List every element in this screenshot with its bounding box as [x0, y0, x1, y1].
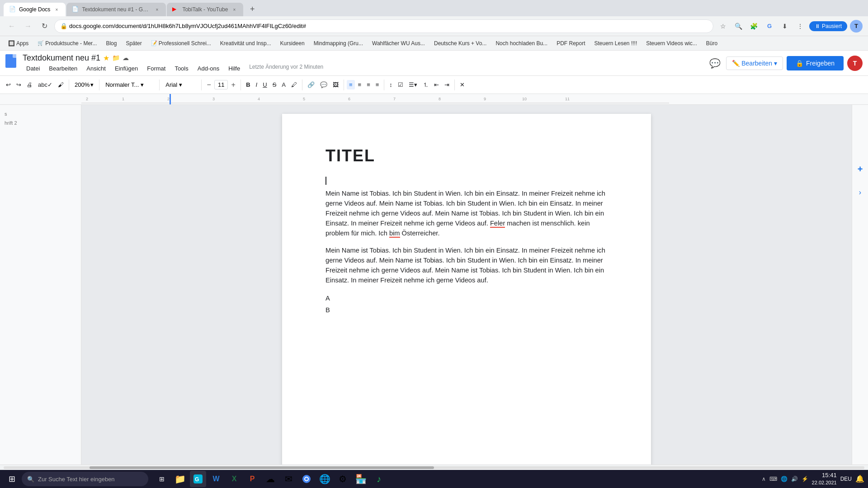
share-button[interactable]: 🔒 Freigeben: [787, 56, 844, 70]
more-icon[interactable]: ⋮: [794, 20, 807, 33]
list-item-a[interactable]: A: [326, 292, 608, 304]
document-area[interactable]: TITEL Mein Name ist Tobias. Ich bin Stud…: [81, 105, 852, 465]
g-icon[interactable]: G: [763, 20, 776, 33]
redo-button[interactable]: ↪: [14, 80, 24, 89]
comment-button[interactable]: 💬: [318, 80, 330, 89]
image-button[interactable]: 🖼: [330, 80, 341, 89]
italic-button[interactable]: I: [254, 80, 260, 89]
reload-button[interactable]: ↻: [38, 20, 51, 33]
back-button[interactable]: ←: [5, 20, 18, 33]
bookmark-pdf-report[interactable]: PDF Report: [553, 39, 589, 48]
bookmark-icon[interactable]: ☆: [717, 20, 730, 33]
onedrive-app[interactable]: ☁: [262, 471, 278, 487]
menu-hilfe[interactable]: Hilfe: [225, 64, 244, 73]
extensions-icon[interactable]: 🧩: [748, 20, 760, 33]
powerpoint-app[interactable]: P: [244, 471, 260, 487]
align-center-button[interactable]: ≡: [356, 80, 364, 89]
bookmark-deutsch-kurs[interactable]: Deutsche Kurs + Vo...: [430, 39, 490, 48]
bookmark-professionell[interactable]: 📝 Professionell Schrei...: [147, 39, 215, 48]
lens-icon[interactable]: 🔍: [732, 20, 745, 33]
bookmark-wahlfaecher[interactable]: Wahlfächer WU Aus...: [368, 39, 429, 48]
language-indicator[interactable]: DEU: [840, 476, 852, 482]
settings-app[interactable]: ⚙: [335, 471, 351, 487]
notification-button[interactable]: 🔔: [855, 474, 864, 483]
explorer-app[interactable]: 📁: [172, 471, 188, 487]
taskbar-clock[interactable]: 15:41 22.02.2021: [812, 471, 837, 487]
tray-network[interactable]: 🌐: [781, 476, 788, 482]
link-button[interactable]: 🔗: [305, 80, 317, 89]
horizontal-scrollbar[interactable]: [0, 465, 868, 470]
url-input[interactable]: [69, 23, 708, 29]
chrome-app[interactable]: [298, 471, 315, 487]
checklist-button[interactable]: ☑: [396, 80, 406, 89]
doc-cloud-icon[interactable]: ☁: [123, 54, 129, 61]
menu-datei[interactable]: Datei: [23, 64, 43, 73]
taskview-button[interactable]: ⊞: [154, 471, 170, 487]
doc-star-icon[interactable]: ★: [103, 54, 109, 62]
spellcheck-button[interactable]: abc✓: [36, 80, 55, 89]
doc-content-title[interactable]: TITEL: [326, 146, 608, 165]
tab-close-1[interactable]: ×: [53, 6, 60, 13]
doc-folder-icon[interactable]: 📁: [112, 54, 120, 61]
menu-bearbeiten[interactable]: Bearbeiten: [45, 64, 81, 73]
tab-google-docs[interactable]: 📄 Google Docs ×: [4, 3, 66, 16]
bookmark-kursideen[interactable]: Kursideen: [277, 39, 308, 48]
scrollbar-thumb-h[interactable]: [90, 466, 434, 469]
word-app[interactable]: W: [208, 471, 224, 487]
bookmark-noch-hochladen[interactable]: Noch hochladen Bu...: [492, 39, 551, 48]
url-bar[interactable]: 🔒: [54, 19, 713, 33]
doc-page[interactable]: TITEL Mein Name ist Tobias. Ich bin Stud…: [282, 114, 651, 465]
excel-app[interactable]: X: [226, 471, 242, 487]
style-selector[interactable]: Normaler T... ▾: [102, 80, 156, 90]
font-size-increase[interactable]: +: [229, 80, 238, 90]
doc-paragraph-2[interactable]: Mein Name ist Tobias. Ich bin Student in…: [326, 245, 608, 285]
bookmark-produktsuche[interactable]: 🛒 Produktsuche - Mer...: [34, 39, 100, 48]
bookmark-apps[interactable]: 🔲 Apps: [5, 39, 32, 48]
print-button[interactable]: 🖨: [24, 80, 35, 89]
tray-volume[interactable]: 🔊: [791, 476, 798, 482]
add-comment-button[interactable]: +: [854, 163, 867, 175]
font-size-input[interactable]: [214, 80, 228, 89]
menu-addons[interactable]: Add-ons: [194, 64, 223, 73]
menu-ansicht[interactable]: Ansicht: [83, 64, 109, 73]
start-button[interactable]: ⊞: [4, 471, 20, 487]
tray-keyboard[interactable]: ⌨: [769, 476, 777, 482]
clear-formatting-button[interactable]: ✕: [458, 80, 467, 89]
increase-indent-button[interactable]: ⇥: [442, 80, 452, 89]
user-avatar[interactable]: T: [847, 56, 863, 71]
profile-button[interactable]: T: [850, 20, 863, 33]
bookmark-blog[interactable]: Blog: [102, 39, 120, 48]
line-spacing-button[interactable]: ↕: [387, 80, 395, 89]
bookmark-steuern-videos[interactable]: Steuern Videos wic...: [642, 39, 701, 48]
edit-mode-button[interactable]: ✏️ Bearbeiten ▾: [726, 56, 783, 70]
menu-tools[interactable]: Tools: [171, 64, 192, 73]
pause-button[interactable]: ⏸ Pausiert: [809, 21, 847, 31]
tab-youtube[interactable]: ▶ TobiTalk - YouTube ×: [167, 3, 243, 16]
bulleted-list-button[interactable]: ☰▾: [406, 80, 420, 89]
tab-close-3[interactable]: ×: [231, 6, 238, 13]
doc-paragraph-1[interactable]: Mein Name ist Tobias. Ich bin Student in…: [326, 188, 608, 238]
font-size-decrease[interactable]: −: [204, 80, 213, 90]
tab-textdokument[interactable]: 📄 Textdokument neu #1 - Google... ×: [66, 3, 166, 16]
comments-button[interactable]: 💬: [708, 56, 722, 70]
sidebar-toggle-button[interactable]: ›: [854, 186, 867, 199]
spotify-app[interactable]: ♪: [371, 471, 387, 487]
edge-app[interactable]: 🌐: [316, 471, 333, 487]
underline-button[interactable]: U: [260, 80, 269, 89]
zoom-selector[interactable]: 200% ▾: [72, 80, 96, 89]
new-tab-button[interactable]: +: [246, 3, 259, 15]
tray-arrow[interactable]: ∧: [762, 476, 766, 482]
menu-einfuegen[interactable]: Einfügen: [111, 64, 142, 73]
align-justify-button[interactable]: ≡: [373, 80, 382, 89]
strikethrough-button[interactable]: S: [270, 80, 279, 89]
tab-close-2[interactable]: ×: [153, 6, 160, 13]
store-app[interactable]: 🏪: [353, 471, 369, 487]
align-right-button[interactable]: ≡: [364, 80, 373, 89]
forward-button[interactable]: →: [22, 20, 34, 33]
bookmark-kreativitaet[interactable]: Kreativität und Insp...: [217, 39, 275, 48]
bookmark-spaeter[interactable]: Später: [122, 39, 145, 48]
align-left-button[interactable]: ≡: [347, 80, 355, 89]
numbered-list-button[interactable]: ⒈: [420, 80, 431, 90]
taskbar-search[interactable]: 🔍 Zur Suche Text hier eingeben: [22, 472, 148, 486]
paint-format-button[interactable]: 🖌: [56, 80, 66, 89]
